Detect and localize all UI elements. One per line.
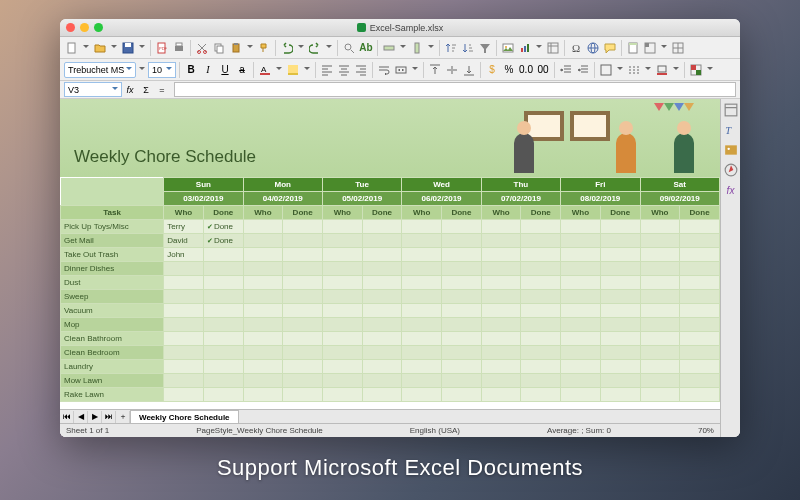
function-wizard-button[interactable]: fx bbox=[122, 82, 138, 97]
done-cell[interactable] bbox=[521, 304, 561, 318]
who-cell[interactable] bbox=[322, 332, 362, 346]
sort-desc-button[interactable] bbox=[460, 40, 476, 56]
done-cell[interactable] bbox=[680, 276, 720, 290]
done-cell[interactable] bbox=[680, 360, 720, 374]
who-cell[interactable] bbox=[402, 304, 442, 318]
who-cell[interactable] bbox=[481, 304, 521, 318]
sidebar-properties-button[interactable] bbox=[724, 103, 738, 117]
redo-button[interactable] bbox=[307, 40, 323, 56]
formula-button[interactable]: = bbox=[154, 82, 170, 97]
align-right-button[interactable] bbox=[353, 62, 369, 78]
who-cell[interactable] bbox=[561, 346, 601, 360]
who-cell[interactable] bbox=[322, 234, 362, 248]
align-center-button[interactable] bbox=[336, 62, 352, 78]
align-middle-button[interactable] bbox=[444, 62, 460, 78]
done-cell[interactable] bbox=[442, 346, 482, 360]
image-button[interactable] bbox=[500, 40, 516, 56]
done-cell[interactable] bbox=[600, 332, 640, 346]
who-cell[interactable] bbox=[243, 276, 283, 290]
done-cell[interactable] bbox=[203, 360, 243, 374]
spreadsheet-grid[interactable]: Weekly Chore Schedule bbox=[60, 99, 720, 409]
who-cell[interactable] bbox=[481, 290, 521, 304]
who-cell[interactable] bbox=[402, 346, 442, 360]
done-cell[interactable] bbox=[600, 388, 640, 402]
increase-indent-button[interactable] bbox=[558, 62, 574, 78]
done-cell[interactable] bbox=[362, 248, 402, 262]
done-cell[interactable] bbox=[362, 276, 402, 290]
done-cell[interactable] bbox=[442, 290, 482, 304]
who-cell[interactable] bbox=[640, 234, 680, 248]
done-cell[interactable] bbox=[442, 304, 482, 318]
who-cell[interactable] bbox=[402, 234, 442, 248]
merge-dropdown[interactable] bbox=[410, 62, 420, 78]
who-cell[interactable] bbox=[322, 248, 362, 262]
who-cell[interactable]: Terry bbox=[164, 220, 204, 234]
done-cell[interactable] bbox=[362, 346, 402, 360]
strikethrough-button[interactable]: a bbox=[234, 62, 250, 78]
undo-button[interactable] bbox=[279, 40, 295, 56]
who-cell[interactable] bbox=[481, 318, 521, 332]
font-name-dropdown[interactable] bbox=[137, 62, 147, 78]
hyperlink-button[interactable] bbox=[585, 40, 601, 56]
who-cell[interactable] bbox=[164, 360, 204, 374]
done-cell[interactable] bbox=[521, 360, 561, 374]
who-cell[interactable] bbox=[243, 360, 283, 374]
who-cell[interactable] bbox=[481, 220, 521, 234]
who-cell[interactable] bbox=[402, 374, 442, 388]
done-cell[interactable] bbox=[203, 318, 243, 332]
italic-button[interactable]: I bbox=[200, 62, 216, 78]
who-cell[interactable] bbox=[243, 234, 283, 248]
find-button[interactable] bbox=[341, 40, 357, 56]
borders-dropdown[interactable] bbox=[615, 62, 625, 78]
task-name-cell[interactable]: Pick Up Toys/Misc bbox=[61, 220, 164, 234]
open-button[interactable] bbox=[92, 40, 108, 56]
done-cell[interactable] bbox=[442, 318, 482, 332]
task-name-cell[interactable]: Get Mail bbox=[61, 234, 164, 248]
who-cell[interactable] bbox=[640, 276, 680, 290]
who-cell[interactable] bbox=[640, 248, 680, 262]
border-style-dropdown[interactable] bbox=[643, 62, 653, 78]
who-cell[interactable] bbox=[640, 360, 680, 374]
done-cell[interactable] bbox=[283, 304, 323, 318]
done-cell[interactable] bbox=[680, 318, 720, 332]
who-cell[interactable] bbox=[561, 220, 601, 234]
done-cell[interactable] bbox=[442, 248, 482, 262]
done-cell[interactable] bbox=[203, 374, 243, 388]
print-button[interactable] bbox=[171, 40, 187, 56]
who-cell[interactable] bbox=[561, 234, 601, 248]
who-cell[interactable] bbox=[164, 276, 204, 290]
row-button[interactable] bbox=[381, 40, 397, 56]
done-cell[interactable] bbox=[680, 374, 720, 388]
who-cell[interactable] bbox=[402, 388, 442, 402]
who-cell[interactable] bbox=[322, 290, 362, 304]
task-name-cell[interactable]: Vacuum bbox=[61, 304, 164, 318]
who-cell[interactable] bbox=[640, 220, 680, 234]
done-cell[interactable] bbox=[442, 360, 482, 374]
who-cell[interactable] bbox=[561, 332, 601, 346]
done-cell[interactable] bbox=[600, 248, 640, 262]
done-cell[interactable] bbox=[521, 290, 561, 304]
tab-last-button[interactable]: ⏭ bbox=[102, 411, 116, 423]
done-cell[interactable] bbox=[680, 304, 720, 318]
task-name-cell[interactable]: Sweep bbox=[61, 290, 164, 304]
freeze-button[interactable] bbox=[642, 40, 658, 56]
done-cell[interactable] bbox=[521, 248, 561, 262]
done-cell[interactable] bbox=[362, 290, 402, 304]
done-cell[interactable] bbox=[442, 276, 482, 290]
done-cell[interactable] bbox=[442, 388, 482, 402]
who-cell[interactable] bbox=[481, 360, 521, 374]
done-cell[interactable] bbox=[362, 220, 402, 234]
done-cell[interactable] bbox=[680, 248, 720, 262]
border-style-button[interactable] bbox=[626, 62, 642, 78]
done-cell[interactable] bbox=[521, 374, 561, 388]
paste-dropdown[interactable] bbox=[245, 40, 255, 56]
who-cell[interactable] bbox=[243, 290, 283, 304]
who-cell[interactable] bbox=[322, 276, 362, 290]
special-char-button[interactable]: Ω bbox=[568, 40, 584, 56]
align-bottom-button[interactable] bbox=[461, 62, 477, 78]
done-cell[interactable] bbox=[680, 262, 720, 276]
who-cell[interactable] bbox=[322, 304, 362, 318]
who-cell[interactable] bbox=[243, 388, 283, 402]
who-cell[interactable] bbox=[561, 374, 601, 388]
clone-format-button[interactable] bbox=[256, 40, 272, 56]
